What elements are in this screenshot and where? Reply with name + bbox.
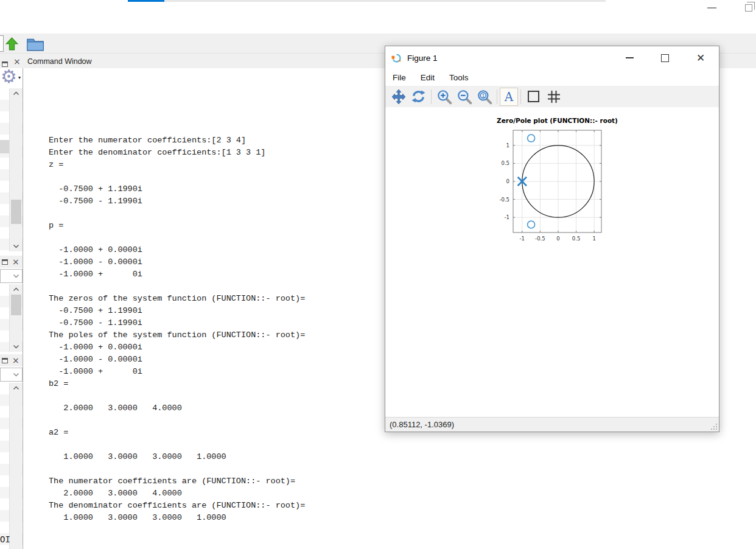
- zoom-original-button[interactable]: 1: [474, 88, 494, 106]
- scroll-up-button[interactable]: [10, 88, 23, 99]
- cutoff-text-fragment: OI: [0, 535, 10, 545]
- menu-edit[interactable]: Edit: [421, 73, 435, 82]
- scroll-up-button[interactable]: [10, 284, 23, 295]
- close-widget-icon[interactable]: ×: [13, 58, 21, 65]
- figure-canvas[interactable]: -1-0.500.51-1-0.500.51Zero/Pole plot (FU…: [385, 107, 719, 417]
- close-widget-icon[interactable]: ×: [12, 357, 19, 364]
- window-restore-icon[interactable]: [745, 4, 752, 12]
- toolbar-separator: [520, 89, 521, 104]
- scroll-up-button[interactable]: [10, 383, 23, 393]
- toolbar-separator: [497, 89, 497, 104]
- dock-panel-list-2: [0, 284, 23, 352]
- zoom-in-icon: [436, 89, 452, 105]
- cursor-coordinates: (0.85112, -1.0369): [390, 420, 454, 429]
- scroll-down-button[interactable]: [10, 241, 23, 251]
- svg-text:0: 0: [556, 236, 559, 242]
- undock-widget-icon[interactable]: [2, 358, 8, 363]
- close-icon: ✕: [696, 52, 705, 64]
- gear-dropdown-arrow-icon: ▾: [18, 68, 21, 88]
- svg-text:-1: -1: [520, 236, 525, 242]
- window-minimize-icon[interactable]: [707, 7, 716, 9]
- resize-grip[interactable]: [710, 423, 718, 430]
- svg-text:0.5: 0.5: [572, 236, 581, 242]
- figure-minimize-button[interactable]: [612, 46, 647, 69]
- axes-icon: [528, 91, 539, 102]
- toggle-axes-button[interactable]: [523, 88, 544, 106]
- rotate-icon: [411, 89, 426, 104]
- background-tab-accent-bar: [128, 0, 164, 2]
- svg-text:-0.5: -0.5: [535, 236, 545, 242]
- figure-maximize-button[interactable]: [647, 46, 682, 69]
- svg-text:-1: -1: [505, 214, 509, 220]
- folder-icon: [26, 37, 44, 52]
- command-window-title: Command Window: [27, 57, 92, 66]
- figure-menubar: File Edit Tools: [385, 69, 719, 86]
- undock-widget-icon[interactable]: [2, 259, 8, 265]
- panel-combo-box-2[interactable]: [0, 269, 23, 283]
- insert-text-icon: A: [505, 89, 513, 104]
- rotate-button[interactable]: [408, 88, 429, 106]
- scroll-down-icon: [13, 344, 19, 349]
- scroll-up-icon: [13, 386, 19, 390]
- dock-panel-titlebar-3: ×: [0, 354, 23, 366]
- toggle-grid-button[interactable]: [544, 88, 564, 106]
- svg-text:1: 1: [592, 236, 595, 242]
- directory-up-button[interactable]: [2, 35, 21, 52]
- figure-title: Figure 1: [407, 54, 438, 63]
- background-tab-bar: [164, 0, 606, 2]
- toolbar-separator: [431, 89, 432, 104]
- pan-button[interactable]: [388, 88, 408, 106]
- minimize-icon: [626, 57, 634, 58]
- zero-pole-plot: -1-0.500.51-1-0.500.51Zero/Pole plot (FU…: [385, 107, 719, 417]
- svg-text:1: 1: [506, 142, 509, 149]
- directory-up-icon: [4, 37, 19, 52]
- zoom-out-button[interactable]: [454, 88, 474, 106]
- svg-text:0: 0: [506, 178, 509, 184]
- menu-file[interactable]: File: [393, 73, 406, 82]
- svg-text:1: 1: [481, 93, 485, 99]
- browse-directories-button[interactable]: [26, 35, 44, 52]
- pan-icon: [391, 89, 407, 105]
- octave-logo-icon: [391, 53, 402, 63]
- figure-statusbar: (0.85112, -1.0369): [385, 417, 719, 432]
- scroll-up-icon: [13, 91, 19, 96]
- zoom-out-icon: [457, 89, 472, 105]
- list-selected-row[interactable]: [0, 140, 9, 153]
- svg-text:0.5: 0.5: [501, 160, 509, 166]
- close-widget-icon[interactable]: ×: [12, 258, 19, 265]
- console-output: Enter the numerator coefficients:[2 3 4]…: [49, 135, 305, 536]
- svg-text:-0.5: -0.5: [499, 197, 509, 203]
- scroll-down-icon: [13, 244, 19, 248]
- scrollbar-3[interactable]: [9, 383, 22, 549]
- maximize-icon: [661, 54, 669, 62]
- svg-text:Zero/Pole plot (FUNCTION::- ro: Zero/Pole plot (FUNCTION::- root): [497, 117, 618, 124]
- grid-icon: [547, 89, 561, 104]
- scrollbar-2[interactable]: [9, 284, 22, 352]
- combo-chevron-icon: [13, 372, 19, 377]
- combo-chevron-icon: [13, 274, 19, 278]
- scrollbar-thumb[interactable]: [11, 295, 21, 315]
- dock-panel-list-1: [0, 88, 23, 251]
- scrollbar-1[interactable]: [9, 88, 22, 251]
- menu-tools[interactable]: Tools: [449, 73, 469, 82]
- dock-panel-titlebar-2: ×: [0, 256, 23, 268]
- zoom-in-button[interactable]: [434, 88, 454, 106]
- settings-gear-icon[interactable]: ⚙▾: [1, 67, 21, 88]
- scroll-down-button[interactable]: [10, 341, 23, 352]
- figure-close-button[interactable]: ✕: [683, 46, 718, 69]
- scroll-up-icon: [13, 287, 19, 292]
- figure-toolbar: 1 A: [385, 86, 719, 107]
- dock-panel-list-3: [0, 383, 23, 549]
- figure-window[interactable]: Figure 1 ✕ File Edit Tools: [385, 46, 719, 432]
- scrollbar-thumb[interactable]: [11, 200, 21, 224]
- insert-text-button[interactable]: A: [500, 88, 518, 106]
- zoom-original-icon: 1: [477, 89, 492, 105]
- panel-combo-box-3[interactable]: [0, 368, 23, 382]
